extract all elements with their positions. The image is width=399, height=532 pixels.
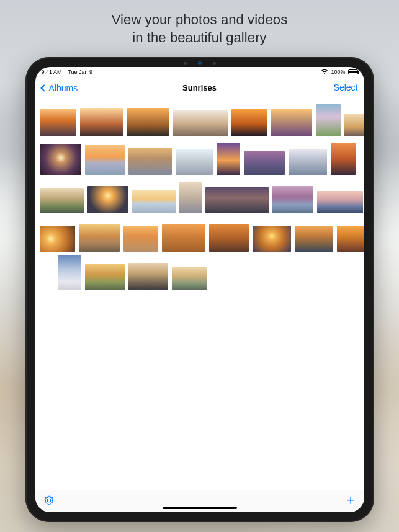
photo-thumbnail[interactable] xyxy=(253,226,291,252)
photo-thumbnail[interactable] xyxy=(317,191,363,213)
settings-button[interactable] xyxy=(44,495,54,508)
wifi-icon xyxy=(321,69,328,76)
status-date: Tue Jan 9 xyxy=(68,69,92,75)
photo-thumbnail[interactable] xyxy=(123,226,158,252)
photo-thumbnail[interactable] xyxy=(176,149,213,175)
photo-thumbnail[interactable] xyxy=(40,109,76,136)
battery-pct: 100% xyxy=(331,69,345,75)
device-sensors xyxy=(184,61,216,65)
plus-icon xyxy=(346,495,356,505)
photo-thumbnail[interactable] xyxy=(316,104,341,136)
photo-thumbnail[interactable] xyxy=(244,151,285,175)
battery-icon xyxy=(348,69,358,74)
chevron-left-icon xyxy=(40,84,47,91)
photo-thumbnail[interactable] xyxy=(128,148,172,175)
photo-thumbnail[interactable] xyxy=(80,108,123,136)
photo-thumbnail[interactable] xyxy=(127,108,169,136)
screen: 9:41 AM Tue Jan 9 100% Albums Sunrises xyxy=(35,67,364,512)
headline-line2: in the beautiful gallery xyxy=(0,29,399,47)
photo-thumbnail[interactable] xyxy=(85,264,125,290)
photo-thumbnail[interactable] xyxy=(172,267,207,290)
add-button[interactable] xyxy=(346,495,356,508)
photo-thumbnail[interactable] xyxy=(132,190,176,213)
photo-thumbnail[interactable] xyxy=(295,226,333,252)
photo-thumbnail[interactable] xyxy=(205,187,269,213)
photo-thumbnail[interactable] xyxy=(162,224,205,252)
marketing-headline: View your photos and videos in the beaut… xyxy=(0,11,399,47)
page-title: Sunrises xyxy=(182,83,217,92)
headline-line1: View your photos and videos xyxy=(0,11,399,29)
gallery-row xyxy=(40,217,359,252)
gear-icon xyxy=(44,495,54,505)
gallery-row xyxy=(40,255,359,290)
ipad-frame: 9:41 AM Tue Jan 9 100% Albums Sunrises xyxy=(25,57,374,522)
photo-thumbnail[interactable] xyxy=(331,143,356,175)
photo-thumbnail[interactable] xyxy=(79,224,120,252)
gallery-row xyxy=(40,179,359,213)
photo-thumbnail[interactable] xyxy=(231,109,267,136)
photo-thumbnail[interactable] xyxy=(87,186,128,213)
gallery-row xyxy=(40,140,359,175)
photo-thumbnail[interactable] xyxy=(40,226,75,252)
photo-thumbnail[interactable] xyxy=(58,255,81,290)
back-label: Albums xyxy=(49,83,78,93)
photo-thumbnail[interactable] xyxy=(173,110,228,136)
photo-thumbnail[interactable] xyxy=(209,224,249,252)
photo-thumbnail[interactable] xyxy=(337,226,364,252)
photo-thumbnail[interactable] xyxy=(217,143,240,175)
photo-thumbnail[interactable] xyxy=(40,188,84,213)
photo-gallery[interactable] xyxy=(35,98,364,490)
photo-thumbnail[interactable] xyxy=(85,145,125,175)
status-time: 9:41 AM xyxy=(42,69,62,75)
gallery-row xyxy=(40,102,359,136)
status-bar: 9:41 AM Tue Jan 9 100% xyxy=(35,67,364,77)
select-button[interactable]: Select xyxy=(334,82,358,92)
photo-thumbnail[interactable] xyxy=(344,114,364,136)
photo-thumbnail[interactable] xyxy=(40,144,81,175)
photo-thumbnail[interactable] xyxy=(271,109,312,136)
back-button[interactable]: Albums xyxy=(42,83,78,93)
photo-thumbnail[interactable] xyxy=(179,182,202,213)
photo-thumbnail[interactable] xyxy=(272,186,313,213)
home-indicator[interactable] xyxy=(163,507,237,509)
photo-thumbnail[interactable] xyxy=(289,149,327,175)
navigation-bar: Albums Sunrises Select xyxy=(35,77,364,98)
photo-thumbnail[interactable] xyxy=(128,263,168,290)
